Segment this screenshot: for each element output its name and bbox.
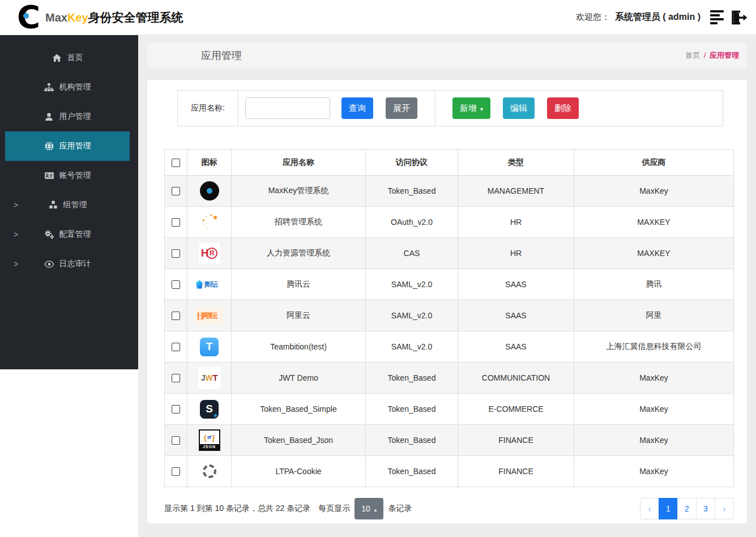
vendor-cell: MaxKey — [574, 176, 734, 207]
list-icon[interactable] — [710, 8, 724, 26]
row-checkbox[interactable] — [172, 374, 180, 382]
protocol-cell: SAML_v2.0 — [366, 331, 458, 363]
protocol-cell: CAS — [366, 238, 458, 269]
protocol-cell: SAML_v2.0 — [366, 269, 458, 300]
protocol-cell: Token_Based — [366, 394, 458, 425]
app-name-cell: 阿里云 — [232, 300, 366, 331]
add-button[interactable]: 新增▾ — [452, 97, 490, 119]
table-row[interactable]: LTPA-Cookie Token_Based FINANCE MaxKey — [165, 456, 734, 487]
type-cell: SAAS — [458, 300, 574, 331]
row-checkbox[interactable] — [172, 187, 180, 195]
row-checkbox[interactable] — [172, 280, 180, 289]
breadcrumb-home-link[interactable]: 首页 — [685, 51, 700, 59]
app-name-cell: MaxKey管理系统 — [232, 176, 366, 207]
sidebar-item-账号管理[interactable]: > 账号管理 — [5, 161, 130, 190]
table-row[interactable]: S Token_Based_Simple Token_Based E-COMME… — [165, 394, 734, 425]
app-name-cell: 人力资源管理系统 — [232, 238, 366, 269]
app-name-cell: 腾讯云 — [232, 269, 366, 300]
records-summary: 显示第 1 到第 10 条记录，总共 22 条记录 — [164, 504, 310, 514]
table-row[interactable]: 招聘管理系统 OAuth_v2.0 HR MAXKEY — [165, 207, 734, 238]
gears-icon — [44, 229, 54, 240]
breadcrumb-current: 应用管理 — [710, 51, 739, 59]
select-all-cell — [165, 150, 187, 176]
apps-table: 图标 应用名称 访问协议 类型 供应商 MaxKey管理系统 Token_Bas… — [164, 149, 734, 487]
table-row[interactable]: JWT JWT Demo Token_Based COMMUNICATION M… — [165, 363, 734, 394]
type-cell: E-COMMERCE — [458, 394, 574, 425]
table-row[interactable]: MaxKey管理系统 Token_Based MANAGEMENT MaxKey — [165, 176, 734, 207]
app-name-cell: Token_Based_Json — [232, 425, 366, 456]
chevron-right-icon: > — [14, 201, 18, 210]
logo-bullseye-icon — [23, 13, 29, 19]
hr-logo-icon: HR — [187, 242, 231, 264]
table-row[interactable]: {⇄}JSON Token_Based_Json Token_Based FIN… — [165, 425, 734, 456]
query-button[interactable]: 查询 — [341, 97, 373, 119]
table-row[interactable]: HR 人力资源管理系统 CAS HR MAXKEY — [165, 238, 734, 269]
protocol-cell: SAML_v2.0 — [366, 300, 458, 331]
pagination-prev[interactable]: ‹ — [640, 498, 659, 519]
row-checkbox[interactable] — [172, 218, 180, 227]
sidebar-item-应用管理[interactable]: > 应用管理 — [5, 131, 130, 161]
protocol-cell: OAuth_v2.0 — [366, 207, 458, 238]
app-name-cell: Token_Based_Simple — [232, 394, 366, 425]
vendor-cell: 上海汇翼信息科技有限公司 — [574, 331, 734, 363]
select-all-checkbox[interactable] — [172, 159, 180, 167]
row-checkbox[interactable] — [172, 312, 180, 320]
sidebar-item-label: 用户管理 — [59, 112, 91, 122]
protocol-cell: Token_Based — [366, 363, 458, 394]
table-header-row: 图标 应用名称 访问协议 类型 供应商 — [165, 150, 734, 176]
sidebar-item-配置管理[interactable]: > 配置管理 — [5, 220, 130, 249]
col-app-name: 应用名称 — [232, 150, 366, 176]
type-cell: HR — [458, 238, 574, 269]
delete-button[interactable]: 删除 — [547, 97, 579, 119]
row-checkbox[interactable] — [172, 405, 180, 414]
page-header-bar: 应用管理 首页 / 应用管理 — [147, 42, 747, 69]
sidebar-item-首页[interactable]: > 首页 — [5, 43, 130, 73]
page-size-select[interactable]: 10▴ — [354, 498, 383, 519]
sidebar-item-组管理[interactable]: > 组管理 — [5, 190, 130, 220]
pagination-next[interactable]: › — [715, 498, 734, 519]
pagination: ‹123› — [640, 498, 734, 519]
page-title: 应用管理 — [201, 49, 242, 62]
logout-icon[interactable] — [729, 8, 748, 27]
pagination-page-2[interactable]: 2 — [677, 498, 697, 519]
table-row[interactable]: T Teambition(test) SAML_v2.0 SAAS 上海汇翼信息… — [165, 331, 734, 363]
top-navbar: C MaxKey身份安全管理系统 欢迎您： 系统管理员 ( admin ) — [0, 0, 756, 35]
edit-button[interactable]: 编辑 — [503, 97, 535, 119]
protocol-cell: Token_Based — [366, 425, 458, 456]
expand-button[interactable]: 展开 — [386, 97, 417, 119]
vendor-cell: 阿里 — [574, 300, 734, 331]
eye-icon — [44, 259, 54, 269]
brand-key: Key — [67, 11, 88, 24]
table-row[interactable]: [-]阿里云 阿里云 SAML_v2.0 SAAS 阿里 — [165, 300, 734, 331]
json-icon: {⇄}JSON — [187, 429, 231, 451]
sidebar-item-label: 日志审计 — [59, 259, 91, 269]
row-checkbox[interactable] — [172, 249, 180, 258]
type-cell: SAAS — [458, 269, 574, 300]
pagination-page-3[interactable]: 3 — [696, 498, 715, 519]
sidebar-item-日志审计[interactable]: > 日志审计 — [5, 249, 130, 279]
app-name-cell: Teambition(test) — [232, 331, 366, 363]
table-row[interactable]: 腾讯云 腾讯云 SAML_v2.0 SAAS 腾讯 — [165, 269, 734, 300]
spinner-dots-icon — [187, 212, 231, 232]
row-checkbox[interactable] — [172, 467, 180, 476]
app-name-input[interactable] — [245, 97, 330, 119]
vendor-cell: MaxKey — [574, 425, 734, 456]
col-protocol: 访问协议 — [366, 150, 458, 176]
maxkey-logo-icon: C — [17, 3, 43, 32]
row-checkbox[interactable] — [172, 436, 180, 445]
sidebar-item-label: 机构管理 — [59, 82, 91, 92]
pagination-page-1[interactable]: 1 — [659, 498, 678, 519]
home-icon — [52, 53, 62, 63]
sidebar-item-用户管理[interactable]: > 用户管理 — [5, 102, 130, 131]
row-checkbox[interactable] — [172, 343, 180, 351]
col-vendor: 供应商 — [574, 150, 734, 176]
type-cell: COMMUNICATION — [458, 363, 574, 394]
maxkey-app-icon — [187, 181, 231, 201]
chevron-right-icon: > — [14, 230, 18, 239]
app-name-cell: LTPA-Cookie — [232, 456, 366, 487]
chevron-right-icon: > — [14, 259, 18, 268]
sidebar-item-机构管理[interactable]: > 机构管理 — [5, 73, 130, 102]
vendor-cell: MaxKey — [574, 456, 734, 487]
table-footer: 显示第 1 到第 10 条记录，总共 22 条记录 每页显示 10▴ 条记录 ‹… — [164, 494, 734, 523]
caret-up-icon: ▴ — [374, 507, 377, 513]
